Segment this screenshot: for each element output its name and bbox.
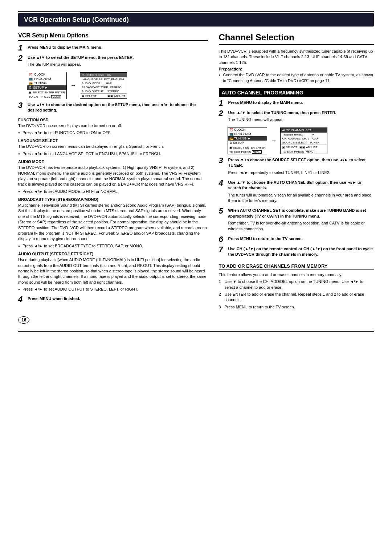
step-2-content: Use ▲/▼ to select the SETUP menu, then p… <box>28 55 208 69</box>
ac-step-4-number: 4 <box>219 179 226 187</box>
ac-step-2-content: Use ▲/▼ to select the TUNING menu, then … <box>228 110 374 124</box>
ac-step-2: 2 Use ▲/▼ to select the TUNING menu, the… <box>219 110 374 124</box>
audio-output-item: AUDIO OUTPUT: STEREO <box>80 89 127 93</box>
page-title: VCR Operation Setup (Continued) <box>24 16 129 23</box>
step-4-content: Press MENU when finished. <box>28 296 208 303</box>
step-1-number: 1 <box>18 44 25 52</box>
ac-step-1-content: Press MENU to display the MAIN menu. <box>228 100 374 107</box>
language-select-bullet: Press ◄/► to set LANGUAGE SELECT to ENGL… <box>18 151 208 157</box>
language-select-body: The DVD+VCR on-screen menus can be displ… <box>18 144 208 149</box>
ac-step-3: 3 Press ▼ to choose the SOURCE SELECT op… <box>219 157 374 177</box>
setup-menu-diagram: ⏰ CLOCK 📺 PROGRAM 📻 TUNING ⚙ SETUP ► ▣ S… <box>27 72 208 99</box>
page-number: 16 <box>18 316 29 324</box>
to-add-item-3-text: Press MENU to return to the TV screen. <box>225 305 295 309</box>
step-4-number: 4 <box>18 295 25 303</box>
step-3: 3 Use ▲/▼ to choose the desired option o… <box>18 102 208 115</box>
ch-add-del-item: CH. ADD/DEL: CH. 2 ADD <box>281 137 327 141</box>
function-osd-bullet: Press ◄/► to set FUNCTION OSD to ON or O… <box>18 130 208 135</box>
tuning-menu-arrow: → <box>271 137 277 144</box>
vcr-setup-heading: VCR Setup Menu Options <box>18 32 208 41</box>
setup-menu-right-box: FUNCTION OSD ON LANGUAGE SELECT: ENGLISH… <box>80 72 127 99</box>
ac-step-3-sub: Press ◄/► repeatedly to select TUNER, LI… <box>228 170 374 175</box>
tuning-menu-diagram: ⏰ CLOCK 📺 PROGRAM 📻 TUNING ► ⚙ SETUP ▣ S… <box>228 127 374 154</box>
broadcast-type-header: BROADCAST TYPE (STEREO/SAP/MONO) <box>18 197 208 202</box>
ac-step-3-text: Press ▼ to choose the SOURCE SELECT opti… <box>228 158 366 167</box>
step-2: 2 Use ▲/▼ to select the SETUP menu, then… <box>18 55 208 69</box>
broadcast-type-item: BROADCAST TYPE: STEREO <box>80 85 127 89</box>
channel-intro: This DVD+VCR is equipped with a frequenc… <box>219 49 374 65</box>
ac-step-7-text: Use CH (▲/▼) on the remote control or CH… <box>228 247 373 256</box>
ac-step-7-number: 7 <box>219 246 226 254</box>
ac-step-6-text: Press MENU to return to the TV screen. <box>228 236 303 241</box>
ac-step-5-content: When AUTO CHANNEL SET is complete, make … <box>228 208 374 233</box>
tuning-menu-right-footer: ▣ SELECT ▣▣ ADJUST <box>281 145 327 150</box>
tuning-band-item: TUNING BAND: TV <box>281 133 327 137</box>
tuning-menu-right-header: AUTO CHANNEL SET <box>281 128 327 133</box>
audio-mode-item: AUDIO MODE: HI-FI <box>80 81 127 85</box>
step-1-text: Press MENU to display the MAIN menu. <box>28 45 102 49</box>
language-select-header: LANGUAGE SELECT <box>18 138 208 143</box>
step-4: 4 Press MENU when finished. <box>18 296 208 303</box>
setup-menu-left-box: ⏰ CLOCK 📺 PROGRAM 📻 TUNING ⚙ SETUP ► ▣ S… <box>27 72 67 99</box>
tuning-clock: ⏰ CLOCK <box>228 127 267 132</box>
ac-step-2-sub: The TUNING menu will appear. <box>228 117 374 122</box>
preparation-bullet: Connect the DVD+VCR to the desired type … <box>219 72 374 84</box>
ac-step-4-sub: The tuner will automatically scan for al… <box>228 193 374 204</box>
setup-menu-left-footer: ▣ SELECT ENTER ENTER <box>27 90 66 95</box>
source-select-item: SOURCE SELECT: TUNER <box>281 141 327 145</box>
audio-output-bullet: Press ◄/► to set AUDIO OUTPUT to STEREO,… <box>18 287 208 292</box>
left-column: VCR Setup Menu Options 1 Press MENU to d… <box>18 32 208 324</box>
ac-step-4-text: Use ▲/▼ to choose the AUTO CHANNEL SET o… <box>228 180 362 190</box>
right-column: Channel Selection This DVD+VCR is equipp… <box>219 32 374 311</box>
ac-step-7-content: Use CH (▲/▼) on the remote control or CH… <box>228 246 374 259</box>
ac-step-3-content: Press ▼ to choose the SOURCE SELECT opti… <box>228 157 374 177</box>
ac-step-5: 5 When AUTO CHANNEL SET is complete, mak… <box>219 208 374 233</box>
menu-tuning: 📻 TUNING <box>27 81 66 85</box>
to-add-intro: This feature allows you to add or erase … <box>219 272 374 278</box>
ac-step-4-content: Use ▲/▼ to choose the AUTO CHANNEL SET o… <box>228 180 374 205</box>
function-osd-header: FUNCTION OSD <box>18 118 208 122</box>
step-2-sub: The SETUP menu will appear. <box>28 62 208 67</box>
menu-arrow: → <box>70 82 76 89</box>
to-add-item-1-text: Use ▼ to choose the CH. ADD/DEL option o… <box>225 279 363 289</box>
ac-step-3-number: 3 <box>219 157 226 165</box>
to-add-item-2-text: Use ENTER to add or erase the channel. R… <box>225 292 364 302</box>
ac-step-6-number: 6 <box>219 235 226 243</box>
lang-select-item: LANGUAGE SELECT: ENGLISH <box>80 77 127 81</box>
audio-mode-header: AUDIO MODE <box>18 159 208 164</box>
auto-channel-header: AUTO CHANNEL PROGRAMMING <box>219 88 374 97</box>
setup-menu-right-footer: ▣ SELECT ▣▣ ADJUST <box>80 93 127 98</box>
tuning-tuning-selected: 📻 TUNING ► <box>228 136 267 141</box>
to-add-item-2: 2 Use ENTER to add or erase the channel.… <box>219 292 374 303</box>
to-add-item-3: 3 Press MENU to return to the TV screen. <box>219 304 374 310</box>
ac-step-7: 7 Use CH (▲/▼) on the remote control or … <box>219 246 374 259</box>
ac-step-2-number: 2 <box>219 109 226 117</box>
menu-clock: ⏰ CLOCK <box>27 72 66 77</box>
audio-mode-body: The DVD+VCR has two separate audio playb… <box>18 165 208 187</box>
ac-step-5-number: 5 <box>219 207 226 215</box>
menu-setup-selected: ⚙ SETUP ► <box>27 85 66 90</box>
setup-menu-right-header: FUNCTION OSD ON <box>80 73 127 77</box>
bottom-border <box>18 331 374 332</box>
tuning-menu-left-box: ⏰ CLOCK 📺 PROGRAM 📻 TUNING ► ⚙ SETUP ▣ S… <box>228 127 268 154</box>
step-1: 1 Press MENU to display the MAIN menu. <box>18 45 208 52</box>
to-add-item-1: 1 Use ▼ to choose the CH. ADD/DEL option… <box>219 279 374 290</box>
tuning-menu-left-footer: ▣ SELECT ENTER ENTER <box>228 145 267 150</box>
step-2-number: 2 <box>18 54 25 62</box>
step-4-text: Press MENU when finished. <box>28 296 80 301</box>
audio-mode-bullet: Press ◄/► to set AUDIO MODE to HI-FI or … <box>18 189 208 194</box>
ac-step-1-text: Press MENU to display the MAIN menu. <box>228 100 303 105</box>
menu-program: 📺 PROGRAM <box>27 77 66 81</box>
channel-selection-heading: Channel Selection <box>219 32 374 45</box>
audio-output-header: AUDIO OUTPUT (STEREO/LEFT/RIGHT) <box>18 252 208 256</box>
step-3-content: Use ▲/▼ to choose the desired option on … <box>28 102 208 115</box>
ac-step-6: 6 Press MENU to return to the TV screen. <box>219 236 374 243</box>
function-osd-body: The DVD+VCR on-screen displays can be tu… <box>18 123 208 129</box>
ac-step-2-text: Use ▲/▼ to select the TUNING menu, then … <box>228 110 336 115</box>
ac-step-5-text: When AUTO CHANNEL SET is complete, make … <box>228 208 366 218</box>
audio-output-body: Used during playback [when AUDIO MODE (H… <box>18 257 208 285</box>
ac-step-4: 4 Use ▲/▼ to choose the AUTO CHANNEL SET… <box>219 180 374 205</box>
broadcast-type-body: Multichannel Television Sound (MTS) carr… <box>18 203 208 242</box>
tuning-setup: ⚙ SETUP <box>228 141 267 145</box>
ac-step-5-sub: Remember, TV is for over-the-air antenna… <box>228 220 374 232</box>
